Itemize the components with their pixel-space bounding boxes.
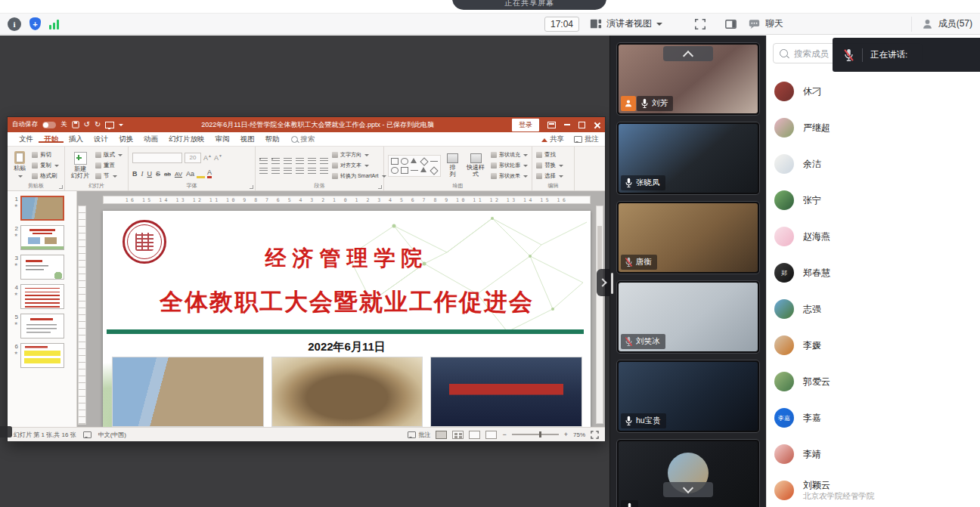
ppt-share-button: 共享	[541, 134, 564, 144]
font-name-box	[132, 153, 182, 163]
video-tile[interactable]	[616, 439, 760, 507]
network-signal-icon[interactable]	[49, 19, 59, 29]
member-row[interactable]: 李靖	[767, 436, 980, 472]
member-avatar: 李嘉	[774, 408, 794, 428]
member-row[interactable]: 张宁	[767, 182, 980, 218]
slide-title-line2: 全体教职工大会暨就业工作促进会	[103, 286, 591, 318]
normal-view-icon	[436, 431, 447, 439]
side-panel-toggle-button[interactable]	[724, 18, 737, 30]
shapes-gallery	[388, 155, 441, 177]
slideshow-icon	[105, 122, 114, 128]
members-panel: 正在讲话: 休刁 严继超	[766, 36, 980, 507]
member-row[interactable]: 余洁	[767, 146, 980, 182]
reading-view-icon	[469, 431, 480, 439]
member-row[interactable]: 严继超	[767, 110, 980, 146]
mic-on-icon	[625, 416, 633, 426]
ppt-menubar: 文件开始插入设计切换动画幻灯片放映审阅视图帮助 搜索 共享 批注	[8, 132, 605, 147]
font-style-button: I	[141, 170, 144, 178]
slide-canvas: 经济管理学院 全体教职工大会暨就业工作促进会 2022年6月11日	[103, 211, 591, 427]
ppt-menu-tab: 动画	[138, 134, 163, 143]
ppt-autosave-state: 关	[60, 120, 67, 129]
font-color-button: A	[207, 169, 212, 178]
ppt-menu-tab: 插入	[64, 134, 88, 143]
video-name-bar: 张晓凤	[621, 175, 665, 190]
member-name: 张宁	[803, 195, 821, 206]
video-feed: 刘芳	[619, 45, 758, 113]
ppt-menu-tab: 审阅	[210, 134, 235, 143]
security-shield-icon[interactable]: +	[29, 17, 41, 30]
video-tile[interactable]: hu宝贵	[616, 360, 760, 433]
chat-button[interactable]: 聊天	[748, 17, 783, 30]
member-avatar	[774, 118, 794, 138]
vertical-ruler	[78, 206, 86, 425]
ppt-autosave-toggle	[42, 122, 56, 128]
video-tile[interactable]: 刘笑冰	[616, 280, 760, 354]
video-strip-scrollbar[interactable]	[611, 273, 613, 294]
member-avatar	[774, 227, 794, 246]
video-name-bar: 刘芳	[621, 96, 673, 111]
member-avatar	[774, 444, 794, 464]
overlay-divider	[862, 48, 863, 62]
shared-screen-viewport[interactable]: 自动保存 关 ↺ ↻ 2022年6月11日-经管学院全体教职工大会暨就业工作会.…	[0, 36, 609, 507]
ppt-menu-tab: 文件	[14, 134, 39, 143]
font-size-box: 20	[185, 153, 201, 163]
screen-share-pill-text: 正在共享屏幕	[504, 0, 554, 8]
paste-button: 粘贴	[11, 150, 28, 181]
member-avatar	[774, 190, 794, 210]
comment-icon	[574, 136, 582, 143]
member-row[interactable]: 李嘉 李嘉	[767, 400, 980, 436]
slide-scrollbar	[596, 206, 603, 424]
search-icon	[780, 49, 788, 57]
screen-share-pill[interactable]: 正在共享屏幕	[452, 0, 606, 10]
slide-thumbnail-preview	[20, 225, 64, 250]
ppt-document-title: 2022年6月11日-经管学院全体教职工大会暨就业工作会.pptx - 已保存到…	[129, 120, 507, 130]
member-name: 郭爱云	[803, 376, 830, 388]
video-feed: 张晓凤	[619, 124, 758, 193]
top-strip: 正在共享屏幕	[0, 0, 980, 14]
member-name: 严继超	[803, 122, 830, 134]
member-row[interactable]: 李媛	[767, 327, 980, 363]
member-row[interactable]: 休刁	[767, 73, 980, 110]
video-tile[interactable]: 唐衡	[616, 201, 760, 274]
ribbon-group-editing: 查找 替换 选择 编辑	[532, 147, 575, 190]
ppt-menu-tab: 设计	[88, 134, 113, 143]
video-tile[interactable]: 张晓凤	[616, 122, 760, 195]
member-row[interactable]: 志强	[767, 291, 980, 327]
member-name: 志强	[803, 304, 821, 315]
animation-star-icon: ★	[14, 291, 18, 296]
mic-muted-icon	[625, 336, 633, 347]
member-avatar	[774, 82, 794, 101]
new-slide-icon	[74, 152, 87, 165]
view-mode-button[interactable]: 演讲者视图	[590, 17, 662, 30]
host-badge-icon	[621, 96, 636, 111]
member-row[interactable]: 赵海燕	[767, 218, 980, 255]
font-style-button: U	[147, 170, 153, 178]
member-avatar	[774, 299, 794, 319]
video-feed: hu宝贵	[619, 362, 758, 431]
slide-thumbnail-preview	[20, 343, 64, 368]
ribbon-group-paragraph: 文字方向 对齐文本 转换为 SmartArt 段落	[256, 147, 384, 190]
arrange-button: 排列	[445, 150, 461, 181]
member-row[interactable]: 郑 郑春慧	[767, 255, 980, 291]
member-row[interactable]: 郭爱云	[767, 363, 980, 400]
member-row[interactable]: 刘颖云 北京农学院经管学院	[767, 472, 980, 507]
members-button[interactable]: 成员(57)	[921, 17, 972, 30]
expand-panel-button[interactable]	[597, 269, 609, 296]
animation-star-icon: ★	[14, 320, 18, 326]
chat-label: 聊天	[765, 17, 783, 30]
video-tile[interactable]: 刘芳	[616, 42, 760, 116]
meeting-info-icon[interactable]: i	[8, 17, 21, 31]
slide-thumbnail-preview	[20, 255, 64, 280]
member-name: 休刁	[803, 86, 821, 97]
animation-star-icon: ★	[14, 350, 18, 355]
ribbon-group-slides: 新建幻灯片 版式 重置 节 幻灯片	[65, 147, 129, 190]
animation-star-icon: ★	[14, 232, 18, 237]
collapse-videos-button[interactable]	[663, 46, 713, 61]
font-style-button: B	[132, 170, 138, 178]
ppt-search: 搜索	[291, 134, 315, 144]
maximize-icon	[578, 122, 585, 128]
scroll-down-videos-button[interactable]	[663, 482, 713, 497]
fullscreen-button[interactable]	[694, 18, 706, 30]
video-name-bar: 刘笑冰	[621, 334, 665, 349]
floating-toolbar-handle[interactable]	[0, 426, 12, 437]
